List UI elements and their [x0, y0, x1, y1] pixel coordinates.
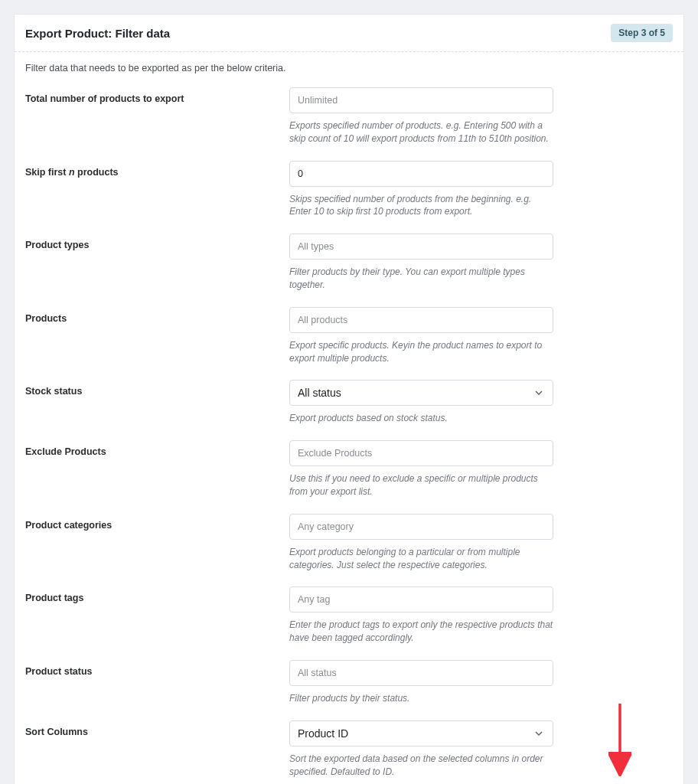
help-products: Export specific products. Keyin the prod…	[289, 339, 553, 365]
input-types[interactable]	[289, 234, 553, 260]
row-types: Product types Filter products by their t…	[25, 234, 673, 292]
help-categories: Export products belonging to a particula…	[289, 546, 553, 572]
row-products: Products Export specific products. Keyin…	[25, 307, 673, 365]
card-body: Filter data that needs to be exported as…	[15, 52, 683, 784]
input-exclude[interactable]	[289, 440, 553, 466]
label-stock: Stock status	[25, 380, 289, 397]
intro-text: Filter data that needs to be exported as…	[25, 63, 673, 74]
input-total[interactable]	[289, 87, 553, 113]
row-exclude: Exclude Products Use this if you need to…	[25, 440, 673, 498]
row-skip: Skip first n products Skips specified nu…	[25, 161, 673, 219]
label-skip-pre: Skip first	[25, 167, 69, 178]
label-status: Product status	[25, 660, 289, 677]
card-header: Export Product: Filter data Step 3 of 5	[15, 15, 683, 52]
label-skip: Skip first n products	[25, 161, 289, 178]
label-sort-columns: Sort Columns	[25, 720, 289, 737]
label-total: Total number of products to export	[25, 87, 289, 104]
label-tags: Product tags	[25, 586, 289, 603]
row-total: Total number of products to export Expor…	[25, 87, 673, 145]
page-title: Export Product: Filter data	[25, 27, 170, 40]
help-tags: Enter the product tags to export only th…	[289, 619, 553, 645]
input-skip[interactable]	[289, 161, 553, 187]
select-stock-text: All status	[298, 387, 341, 399]
label-types: Product types	[25, 234, 289, 250]
chevron-down-icon	[533, 727, 545, 740]
label-exclude: Exclude Products	[25, 440, 289, 457]
row-sort-columns: Sort Columns Product ID Sort the exporte…	[25, 720, 673, 779]
select-stock[interactable]: All status	[289, 380, 553, 406]
help-exclude: Use this if you need to exclude a specif…	[289, 472, 553, 498]
select-sort-columns[interactable]: Product ID	[289, 720, 553, 746]
row-status: Product status Filter products by their …	[25, 660, 673, 705]
input-products[interactable]	[289, 307, 553, 333]
label-skip-post: products	[75, 167, 119, 178]
help-status: Filter products by their status.	[289, 692, 553, 705]
step-badge: Step 3 of 5	[611, 24, 673, 42]
label-categories: Product categories	[25, 514, 289, 531]
label-products: Products	[25, 307, 289, 324]
help-skip: Skips specified number of products from …	[289, 193, 553, 219]
export-card: Export Product: Filter data Step 3 of 5 …	[14, 14, 684, 784]
chevron-down-icon	[533, 387, 545, 399]
input-tags[interactable]	[289, 586, 553, 612]
row-stock: Stock status All status Export products …	[25, 380, 673, 425]
select-sort-columns-text: Product ID	[298, 727, 348, 740]
row-categories: Product categories Export products belon…	[25, 514, 673, 572]
help-types: Filter products by their type. You can e…	[289, 266, 553, 292]
help-sort-columns: Sort the exported data based on the sele…	[289, 753, 553, 779]
input-status[interactable]	[289, 660, 553, 686]
help-stock: Export products based on stock status.	[289, 412, 553, 425]
help-total: Exports specified number of products. e.…	[289, 119, 553, 145]
input-categories[interactable]	[289, 514, 553, 540]
row-tags: Product tags Enter the product tags to e…	[25, 586, 673, 645]
label-skip-em: n	[69, 167, 75, 178]
